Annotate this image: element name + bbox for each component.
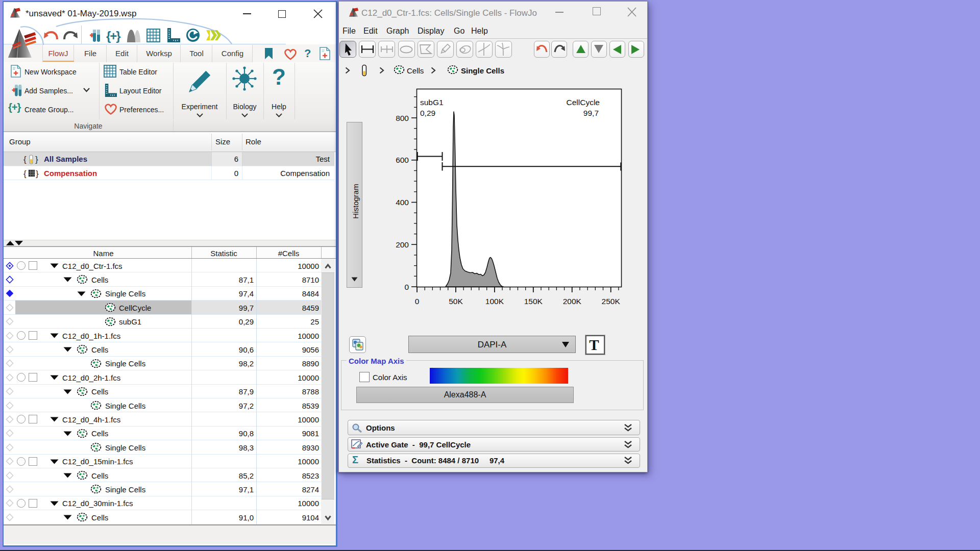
svg-text:0: 0: [404, 283, 409, 291]
svg-text:800: 800: [396, 114, 409, 122]
svg-text:200: 200: [396, 240, 409, 249]
svg-text:200K: 200K: [563, 297, 582, 306]
svg-text:250K: 250K: [602, 297, 621, 306]
svg-text:0: 0: [415, 297, 420, 306]
svg-text:99,7: 99,7: [583, 109, 599, 117]
svg-text:150K: 150K: [524, 297, 543, 306]
svg-text:CellCycle: CellCycle: [567, 98, 600, 107]
svg-text:50K: 50K: [449, 297, 463, 306]
svg-text:600: 600: [396, 156, 409, 164]
svg-text:subG1: subG1: [420, 98, 444, 107]
svg-text:0,29: 0,29: [420, 109, 435, 117]
svg-text:400: 400: [396, 198, 409, 207]
svg-text:100K: 100K: [485, 297, 504, 306]
